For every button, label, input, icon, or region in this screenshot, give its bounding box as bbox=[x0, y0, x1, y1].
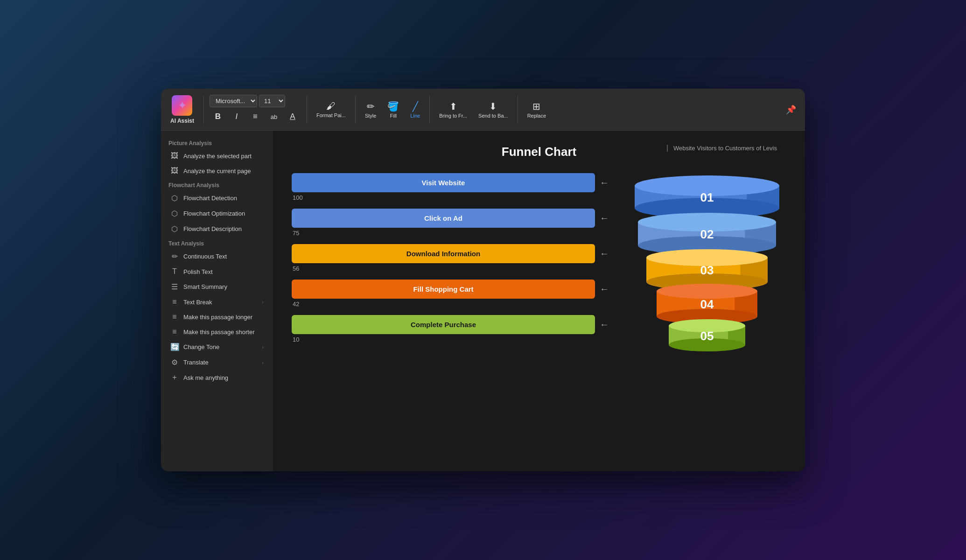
sidebar-item-label: Flowchart Description bbox=[183, 225, 242, 232]
sidebar-item-icon: ✏ bbox=[170, 252, 179, 261]
funnel-row-complete-purchase: Complete Purchase←10 bbox=[292, 315, 609, 350]
app-window: ✦ AI Assist Microsoft... 11 B I ≡ ab A bbox=[161, 89, 805, 471]
canvas-area: Funnel Chart Website Visitors to Custome… bbox=[273, 131, 805, 471]
funnel-button-download[interactable]: Download Information bbox=[292, 244, 595, 263]
sidebar-item-label: Smart Summary bbox=[183, 283, 227, 290]
funnel-row-fill-cart: Fill Shopping Cart←42 bbox=[292, 280, 609, 315]
sidebar-item-label: Flowchart Optimization bbox=[183, 210, 245, 217]
a-underline-button[interactable]: A bbox=[284, 109, 301, 124]
format-painter-button[interactable]: 🖌 Format Pai... bbox=[313, 99, 350, 120]
sidebar-item-label: Translate bbox=[183, 359, 209, 366]
chart-container: Visit Website←100Click on Ad←75Download … bbox=[292, 168, 786, 418]
line-label: Line bbox=[410, 113, 420, 119]
funnel-arrow-icon: ← bbox=[600, 319, 609, 330]
sidebar-item-change-tone[interactable]: 🔄Change Tone› bbox=[163, 339, 271, 355]
bring-front-icon: ⬆ bbox=[449, 101, 457, 112]
sidebar-item-arrow: › bbox=[262, 299, 264, 305]
funnel-row-visit-website: Visit Website←100 bbox=[292, 173, 609, 209]
sidebar-item-icon: ⚙ bbox=[170, 358, 179, 367]
funnel-arrow-icon: ← bbox=[600, 248, 609, 259]
sidebar-section-title: Flowchart Analysis bbox=[161, 178, 273, 190]
style-icon: ✏ bbox=[367, 101, 375, 112]
sidebar-item-continuous-text[interactable]: ✏Continuous Text bbox=[163, 249, 271, 264]
sidebar-item-icon: ≡ bbox=[170, 298, 179, 306]
replace-button[interactable]: ⊞ Replace bbox=[524, 99, 550, 120]
sidebar-item-label: Text Break bbox=[183, 299, 212, 306]
ai-assist-button[interactable]: ✦ AI Assist bbox=[167, 93, 198, 126]
sidebar-item-ask-anything[interactable]: +Ask me anything bbox=[163, 370, 271, 385]
funnel-row-click-ad: Click on Ad←75 bbox=[292, 209, 609, 244]
sidebar-item-flowchart-optimization[interactable]: ⬡Flowchart Optimization bbox=[163, 206, 271, 221]
funnel-3d: 0102030405 bbox=[628, 168, 786, 418]
funnel-btn-row: Visit Website← bbox=[292, 173, 609, 192]
bold-button[interactable]: B bbox=[210, 109, 226, 124]
funnel-btn-row: Fill Shopping Cart← bbox=[292, 280, 609, 299]
sidebar-item-icon: ☰ bbox=[170, 282, 179, 291]
sidebar-item-analyze-current[interactable]: 🖼Analyze the current page bbox=[163, 163, 271, 178]
sidebar-item-icon: ⬡ bbox=[170, 224, 179, 233]
bring-front-button[interactable]: ⬆ Bring to Fr... bbox=[435, 99, 471, 120]
funnel-arrow-icon: ← bbox=[600, 284, 609, 294]
sidebar-item-icon: 🖼 bbox=[170, 167, 179, 175]
funnel-layer-label-05: 05 bbox=[700, 329, 714, 343]
sidebar-item-icon: 🔄 bbox=[170, 343, 179, 351]
sidebar-item-flowchart-description[interactable]: ⬡Flowchart Description bbox=[163, 221, 271, 237]
funnel-row-download: Download Information←56 bbox=[292, 244, 609, 280]
toolbar-sep-5 bbox=[518, 96, 518, 124]
fill-button[interactable]: 🪣 Fill bbox=[384, 99, 403, 120]
align-button[interactable]: ≡ bbox=[247, 109, 264, 124]
sidebar-item-label: Ask me anything bbox=[183, 374, 228, 381]
funnel-layer-04: 04 bbox=[657, 284, 757, 324]
funnel-button-complete-purchase[interactable]: Complete Purchase bbox=[292, 315, 595, 334]
sidebar-item-passage-shorter[interactable]: ≡Make this passage shorter bbox=[163, 324, 271, 339]
funnel-button-click-ad[interactable]: Click on Ad bbox=[292, 209, 595, 228]
sidebar-item-polish-text[interactable]: TPolish Text bbox=[163, 264, 271, 279]
sidebar: Picture Analysis🖼Analyze the selected pa… bbox=[161, 131, 273, 471]
sidebar-item-translate[interactable]: ⚙Translate› bbox=[163, 355, 271, 370]
funnel-value: 75 bbox=[293, 230, 609, 237]
replace-label: Replace bbox=[527, 113, 546, 119]
format-painter-label: Format Pai... bbox=[316, 112, 346, 118]
sidebar-item-smart-summary[interactable]: ☰Smart Summary bbox=[163, 279, 271, 294]
funnel-layer-label-01: 01 bbox=[700, 190, 714, 204]
sidebar-item-label: Continuous Text bbox=[183, 253, 227, 260]
sidebar-item-arrow: › bbox=[262, 344, 264, 350]
funnel-layer-02: 02 bbox=[638, 213, 776, 255]
funnel-arrow-icon: ← bbox=[600, 177, 609, 188]
sidebar-item-label: Flowchart Detection bbox=[183, 195, 237, 202]
send-back-icon: ⬇ bbox=[489, 101, 497, 112]
sidebar-item-text-break[interactable]: ≡Text Break› bbox=[163, 294, 271, 309]
sidebar-item-label: Analyze the current page bbox=[183, 168, 251, 175]
line-icon: ╱ bbox=[413, 101, 418, 112]
style-button[interactable]: ✏ Style bbox=[361, 99, 380, 120]
sidebar-item-analyze-selected[interactable]: 🖼Analyze the selected part bbox=[163, 148, 271, 163]
sidebar-item-label: Make this passage longer bbox=[183, 314, 252, 321]
sidebar-item-arrow: › bbox=[262, 360, 264, 365]
sidebar-item-flowchart-detection[interactable]: ⬡Flowchart Detection bbox=[163, 190, 271, 206]
funnel-button-fill-cart[interactable]: Fill Shopping Cart bbox=[292, 280, 595, 299]
funnel-labels: Visit Website←100Click on Ad←75Download … bbox=[292, 168, 609, 350]
funnel-value: 100 bbox=[293, 194, 609, 201]
font-size-select[interactable]: 11 bbox=[259, 95, 285, 107]
funnel-layer-label-03: 03 bbox=[700, 263, 714, 277]
sidebar-section-title: Picture Analysis bbox=[161, 136, 273, 148]
toolbar-sep-3 bbox=[355, 96, 356, 124]
sidebar-item-passage-longer[interactable]: ≡Make this passage longer bbox=[163, 309, 271, 324]
funnel-btn-row: Download Information← bbox=[292, 244, 609, 263]
sidebar-item-icon: + bbox=[170, 373, 179, 382]
fill-icon: 🪣 bbox=[387, 101, 399, 112]
bring-front-label: Bring to Fr... bbox=[439, 113, 467, 119]
ab-button[interactable]: ab bbox=[266, 109, 282, 124]
funnel-layer-label-02: 02 bbox=[700, 227, 714, 241]
line-button[interactable]: ╱ Line bbox=[406, 99, 424, 120]
ai-assist-label: AI Assist bbox=[170, 118, 194, 124]
funnel-button-visit-website[interactable]: Visit Website bbox=[292, 173, 595, 192]
italic-button[interactable]: I bbox=[228, 109, 245, 124]
toolbar: ✦ AI Assist Microsoft... 11 B I ≡ ab A bbox=[161, 89, 805, 131]
pin-button[interactable]: 📌 bbox=[783, 102, 799, 117]
font-name-select[interactable]: Microsoft... bbox=[210, 95, 257, 107]
funnel-layer-label-04: 04 bbox=[700, 297, 714, 311]
funnel-arrow-icon: ← bbox=[600, 213, 609, 224]
send-back-button[interactable]: ⬇ Send to Ba... bbox=[475, 99, 512, 120]
font-controls: Microsoft... 11 B I ≡ ab A bbox=[210, 95, 301, 124]
